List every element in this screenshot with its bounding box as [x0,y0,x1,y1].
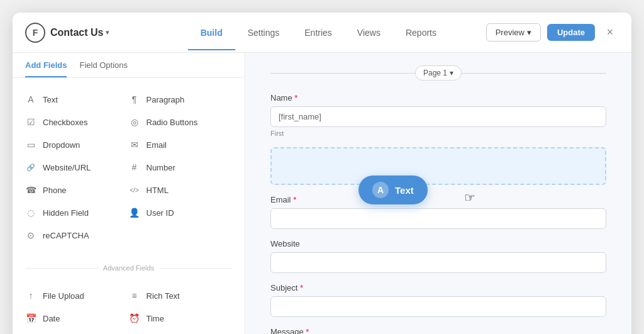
field-time[interactable]: ⏰ Time [129,307,233,330]
advanced-section-label: Advanced Fields [13,257,245,274]
number-icon: # [129,162,140,173]
header-nav: Build Settings Entries Views Reports [151,15,486,50]
paragraph-icon: ¶ [129,94,140,105]
recaptcha-icon: ⊙ [25,230,36,241]
nav-settings[interactable]: Settings [235,15,292,50]
date-icon: 📅 [25,313,36,324]
field-phone[interactable]: ☎ Phone [25,179,129,201]
chevron-down-icon: ▾ [450,69,453,77]
body: Add Fields Field Options A Text ¶ Paragr… [13,53,631,334]
field-input-email[interactable] [270,208,606,229]
advanced-fields-grid: ↑ File Upload ≡ Rich Text 📅 Date ⏰ [13,274,245,334]
hidden-icon: ◌ [25,207,36,218]
field-file-upload[interactable]: ↑ File Upload [25,284,129,307]
update-button[interactable]: Update [547,24,595,41]
form-canvas: Page 1 ▾ Name * First Email * [245,53,631,334]
field-dropdown[interactable]: ▭ Dropdown [25,133,129,156]
tab-field-options[interactable]: Field Options [79,53,128,77]
field-hidden[interactable]: ◌ Hidden Field [25,201,129,224]
field-userid[interactable]: 👤 User ID [129,201,233,224]
form-field-email: Email * [270,195,606,229]
drag-tooltip-label: Text [395,185,414,196]
field-label-message: Message * [270,327,606,334]
field-sub-label-name: First [270,130,606,137]
field-radio-buttons[interactable]: ◎ Radio Buttons [129,111,233,133]
field-label-email: Email * [270,195,606,204]
header: F Contact Us ▾ Build Settings Entries Vi… [13,13,631,53]
app-title[interactable]: Contact Us ▾ [50,27,109,38]
header-right: Preview ▾ Update × [486,23,619,42]
rich-text-icon: ≡ [129,290,140,301]
form-field-name: Name * First [270,93,606,137]
website-icon: 🔗 [25,162,36,173]
field-star-rating[interactable]: ★ Star Rating [129,330,233,334]
email-icon: ✉ [129,139,140,150]
page-indicator: Page 1 ▾ [270,65,606,81]
field-input-website[interactable] [270,252,606,273]
page-badge[interactable]: Page 1 ▾ [415,65,462,81]
preview-button[interactable]: Preview ▾ [486,23,541,42]
userid-icon: 👤 [129,207,140,218]
nav-build[interactable]: Build [188,15,235,50]
drop-zone [270,147,606,185]
field-html[interactable]: </> HTML [129,179,233,201]
field-input-name[interactable] [270,106,606,127]
sidebar-tabs: Add Fields Field Options [13,53,245,78]
radio-icon: ◎ [129,116,140,128]
field-input-subject[interactable] [270,296,606,317]
checkboxes-icon: ☑ [25,116,36,128]
phone-icon: ☎ [25,184,36,196]
header-left: F Contact Us ▾ [25,23,151,43]
field-email[interactable]: ✉ Email [129,133,233,156]
time-icon: ⏰ [129,313,140,324]
tab-add-fields[interactable]: Add Fields [25,53,67,77]
text-icon: A [25,94,36,105]
nav-entries[interactable]: Entries [292,15,345,50]
logo-icon: F [25,23,45,43]
field-website[interactable]: 🔗 Website/URL [25,156,129,179]
form-field-website: Website [270,239,606,273]
field-recaptcha[interactable]: ⊙ reCAPTCHA [25,224,129,247]
field-checkboxes[interactable]: ☑ Checkboxes [25,111,129,133]
basic-fields-grid: A Text ¶ Paragraph ☑ Checkboxes ◎ [13,78,245,257]
sidebar: Add Fields Field Options A Text ¶ Paragr… [13,53,245,334]
chevron-down-icon: ▾ [106,29,109,36]
field-date[interactable]: 📅 Date [25,307,129,330]
field-paragraph[interactable]: ¶ Paragraph [129,88,233,111]
form-field-message: Message * [270,327,606,334]
form-field-subject: Subject * [270,283,606,317]
nav-views[interactable]: Views [345,15,393,50]
field-rich-text[interactable]: ≡ Rich Text [129,284,233,307]
field-text[interactable]: A Text [25,88,129,111]
close-button[interactable]: × [601,24,619,42]
chevron-down-icon: ▾ [527,28,531,37]
nav-reports[interactable]: Reports [393,15,449,50]
app-window: F Contact Us ▾ Build Settings Entries Vi… [13,13,631,334]
html-icon: </> [129,184,140,196]
upload-icon: ↑ [25,290,36,301]
field-label-website: Website [270,239,606,248]
dropdown-icon: ▭ [25,139,36,150]
field-scale[interactable]: ⋯ Scale [25,330,129,334]
field-label-subject: Subject * [270,283,606,292]
field-number[interactable]: # Number [129,156,233,179]
field-label-name: Name * [270,93,606,103]
